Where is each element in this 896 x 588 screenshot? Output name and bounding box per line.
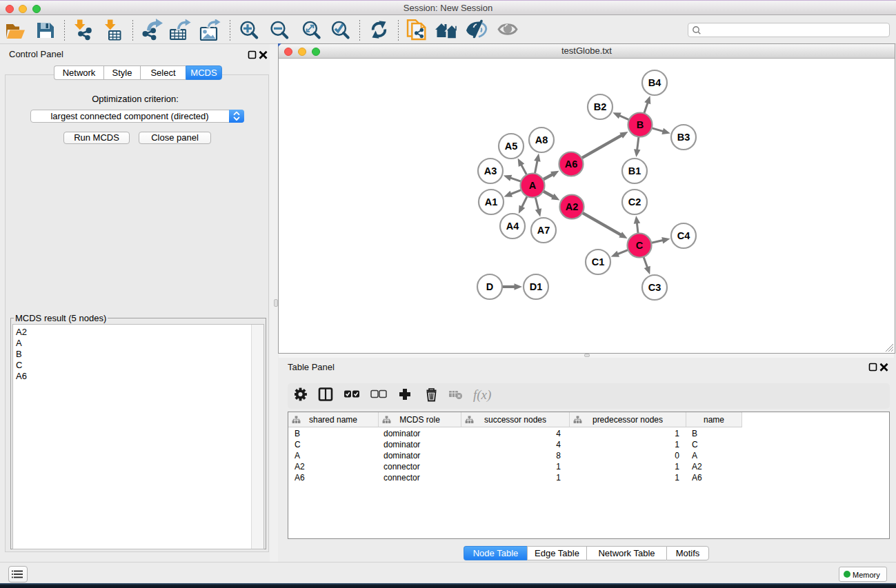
svg-text:B4: B4 [648, 77, 661, 88]
svg-text:C1: C1 [592, 256, 605, 267]
svg-text:A5: A5 [505, 141, 518, 152]
svg-text:A2: A2 [566, 201, 579, 212]
svg-text:A8: A8 [535, 134, 548, 145]
svg-text:C3: C3 [648, 282, 661, 293]
svg-text:C4: C4 [677, 230, 690, 241]
svg-text:A1: A1 [485, 196, 498, 207]
svg-text:A4: A4 [506, 221, 519, 232]
svg-text:f(x): f(x) [473, 387, 491, 403]
svg-text:D1: D1 [530, 281, 543, 292]
svg-text:A3: A3 [484, 165, 497, 176]
svg-text:D: D [486, 281, 493, 292]
svg-text:B2: B2 [594, 101, 607, 112]
svg-text:C: C [636, 240, 644, 251]
svg-text:A7: A7 [537, 225, 550, 236]
svg-text:B: B [637, 119, 644, 130]
svg-text:A: A [529, 180, 537, 191]
svg-text:C2: C2 [628, 196, 641, 207]
svg-text:B1: B1 [628, 165, 641, 176]
svg-text:B3: B3 [677, 132, 690, 143]
svg-text:A6: A6 [565, 159, 578, 170]
